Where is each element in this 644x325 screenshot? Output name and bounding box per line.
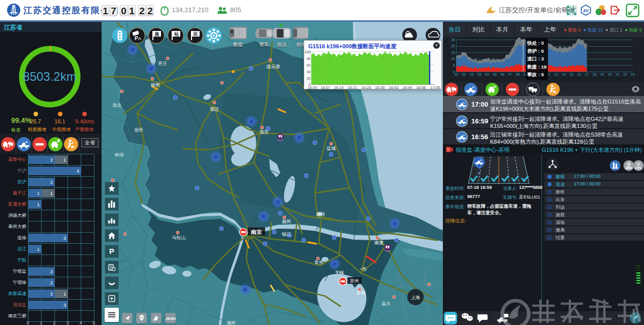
svg-text:16:42: 16:42 <box>389 85 399 89</box>
svg-text:淮安: 淮安 <box>260 129 269 135</box>
svg-text:23: 23 <box>631 73 635 76</box>
svg-text:4V: 4V <box>583 8 589 13</box>
svg-text:08: 08 <box>516 73 520 76</box>
svg-text:马鞍山: 马鞍山 <box>172 235 186 240</box>
svg-text:2: 2 <box>53 320 55 325</box>
svg-text:P: P <box>135 36 138 41</box>
svg-text:宿淮盐: 宿淮盐 <box>13 302 26 307</box>
svg-text:21: 21 <box>616 73 620 76</box>
svg-text:1: 1 <box>37 247 40 252</box>
svg-text:5: 5 <box>92 320 95 325</box>
svg-text:17:05: 17:05 <box>431 85 440 89</box>
svg-text:15: 15 <box>451 51 455 54</box>
svg-text:16: 16 <box>577 73 581 76</box>
svg-text:17: 17 <box>585 73 589 76</box>
svg-text:宿州: 宿州 <box>134 127 143 133</box>
svg-text:3: 3 <box>66 320 69 325</box>
svg-text:A: A <box>138 36 141 41</box>
svg-text:2: 2 <box>50 180 53 185</box>
svg-text:5: 5 <box>453 63 455 67</box>
svg-text:连徐: 连徐 <box>17 235 26 240</box>
svg-text:宿迁: 宿迁 <box>210 107 219 112</box>
svg-text:2: 2 <box>50 157 53 162</box>
svg-text:16:14: 16:14 <box>334 85 344 89</box>
svg-text:沿江: 沿江 <box>17 246 26 251</box>
svg-text:10: 10 <box>451 57 455 60</box>
svg-text:2: 2 <box>50 269 53 274</box>
svg-text:16:28: 16:28 <box>362 85 371 89</box>
svg-text:14: 14 <box>562 73 566 76</box>
svg-text:3: 3 <box>63 236 66 241</box>
svg-text:06: 06 <box>500 73 504 76</box>
svg-text:苏通大桥: 苏通大桥 <box>8 202 26 207</box>
svg-text:40: 40 <box>307 70 311 74</box>
svg-text:16:49: 16:49 <box>403 85 412 89</box>
svg-text:枣庄: 枣庄 <box>157 61 167 66</box>
svg-text:01: 01 <box>462 73 466 76</box>
svg-text:站: 站 <box>174 31 179 37</box>
svg-text:02: 02 <box>470 73 474 76</box>
svg-text:3: 3 <box>63 303 66 308</box>
svg-text:泰州: 泰州 <box>316 212 325 217</box>
svg-text:16:07: 16:07 <box>321 85 331 89</box>
svg-text:数据: 数据 <box>234 42 243 47</box>
svg-text:淮北: 淮北 <box>112 103 121 108</box>
svg-text:1: 1 <box>63 291 66 297</box>
svg-text:JENO: JENO <box>166 316 176 321</box>
svg-text:25: 25 <box>451 38 455 42</box>
svg-text:苏州: 苏州 <box>357 290 366 296</box>
svg-text:22: 22 <box>623 73 627 76</box>
svg-text:16:56: 16:56 <box>416 85 426 89</box>
svg-text:13: 13 <box>554 73 558 76</box>
svg-text:湖州: 湖州 <box>227 320 236 325</box>
svg-text:03: 03 <box>477 73 481 76</box>
svg-text:80: 80 <box>307 56 311 61</box>
svg-text:0: 0 <box>26 320 29 325</box>
svg-text:扬子江: 扬子江 <box>13 190 26 196</box>
svg-text:东部高速: 东部高速 <box>8 291 26 296</box>
svg-text:镇江: 镇江 <box>281 232 291 237</box>
svg-text:宁宿徐: 宁宿徐 <box>13 280 26 285</box>
svg-text:南通: 南通 <box>374 240 383 245</box>
svg-text:京沪: 京沪 <box>17 179 26 184</box>
svg-text:04: 04 <box>485 73 489 76</box>
svg-text:00: 00 <box>455 73 459 76</box>
svg-text:南京: 南京 <box>250 229 262 235</box>
svg-text:徐州: 徐州 <box>151 82 160 87</box>
svg-text:2: 2 <box>50 291 53 297</box>
svg-text:1: 1 <box>50 191 53 196</box>
svg-text:无锡: 无锡 <box>335 270 344 275</box>
svg-text:常州: 常州 <box>314 260 324 265</box>
svg-text:16:21: 16:21 <box>348 85 358 89</box>
svg-text:执法: 执法 <box>277 42 287 47</box>
svg-text:1: 1 <box>37 202 40 207</box>
svg-text:19: 19 <box>600 73 604 76</box>
svg-text:4: 4 <box>79 320 82 325</box>
svg-text:蚌埠: 蚌埠 <box>115 152 124 157</box>
svg-text:盐城: 盐城 <box>327 146 336 151</box>
svg-text:1: 1 <box>40 320 42 325</box>
svg-text:警车: 警车 <box>260 42 269 47</box>
svg-text:100: 100 <box>304 50 311 54</box>
svg-text:路: 路 <box>154 31 159 37</box>
svg-text:15: 15 <box>569 73 573 76</box>
svg-text:南京三桥: 南京三桥 <box>8 313 26 318</box>
svg-text:CU: CU <box>140 316 144 319</box>
svg-text:苏州: 苏州 <box>350 278 359 283</box>
svg-text:20: 20 <box>451 44 455 48</box>
svg-text:宁沪: 宁沪 <box>17 168 26 173</box>
svg-text:宁靖盐: 宁靖盐 <box>13 269 26 274</box>
svg-text:区: 区 <box>194 31 198 37</box>
svg-text:05: 05 <box>493 73 497 76</box>
svg-text:宁杭: 宁杭 <box>17 257 26 263</box>
svg-text:上海: 上海 <box>411 295 420 300</box>
svg-text:1: 1 <box>63 157 66 162</box>
svg-text:扬州: 扬州 <box>282 219 291 224</box>
svg-text:16:35: 16:35 <box>375 85 385 89</box>
svg-text:8503.2km: 8503.2km <box>23 70 76 83</box>
svg-text:1: 1 <box>37 191 40 196</box>
svg-text:20: 20 <box>608 73 612 76</box>
svg-text:07: 07 <box>508 73 512 76</box>
svg-text:20: 20 <box>307 76 311 81</box>
svg-text:4: 4 <box>77 169 79 174</box>
